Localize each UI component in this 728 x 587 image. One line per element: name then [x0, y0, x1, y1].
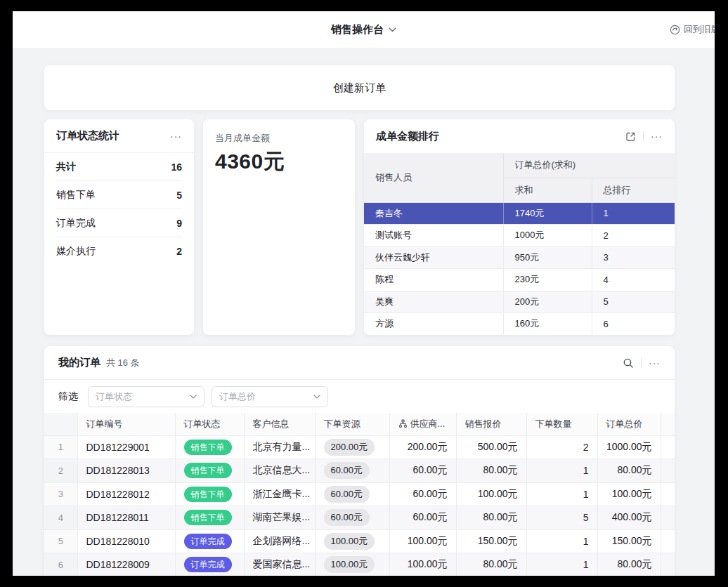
topbar: 销售操作台 回到旧版 — [13, 11, 715, 48]
col-header-customer[interactable]: 客户信息 — [244, 413, 315, 435]
resource-pill: 200.00元 — [324, 439, 375, 456]
col-header-sum[interactable]: 求和 — [503, 178, 592, 202]
status-badge: 销售下单 — [184, 463, 232, 478]
quote-cell: 80.00元 — [456, 553, 526, 576]
col-header-quote[interactable]: 销售报价 — [456, 413, 526, 435]
order-total-placeholder: 订单总价 — [219, 390, 313, 403]
create-order-button[interactable]: 创建新订单 — [44, 65, 675, 110]
rank-value: 2 — [592, 225, 675, 247]
month-amount-value: 4360元 — [215, 147, 343, 176]
switch-version-icon — [670, 25, 680, 35]
ranking-row[interactable]: 测试账号 1000元 2 — [364, 225, 675, 247]
orders-table-header-row: 订单编号 订单状态 客户信息 下单资源 供应商... 销售报价 下单数量 订单总… — [44, 413, 675, 435]
customer-cell: 北京信息大... — [244, 459, 315, 483]
resource-pill: 100.00元 — [324, 556, 375, 573]
salesperson-name: 方源 — [364, 313, 503, 336]
ranking-row[interactable]: 方源 160元 6 — [364, 313, 675, 336]
status-row-sales[interactable]: 销售下单 5 — [56, 181, 182, 209]
order-row[interactable]: 5 DD181228010 订单完成 企划路网络... 100.00元 100.… — [44, 529, 675, 553]
status-label: 销售下单 — [56, 189, 96, 202]
search-icon[interactable] — [623, 357, 634, 369]
resource-cell: 60.00元 — [315, 482, 389, 506]
ranking-card: 成单金额排行 ··· 销售人员 订单总价(求和) 求和 总排行 秦吉冬 1740… — [364, 119, 675, 335]
extra-cell — [661, 553, 675, 576]
order-total-filter-select[interactable]: 订单总价 — [212, 386, 328, 407]
total-cell: 400.00元 — [597, 506, 661, 530]
sum-value: 160元 — [503, 313, 592, 336]
col-header-qty[interactable]: 下单数量 — [526, 413, 597, 435]
ranking-row[interactable]: 陈程 230元 4 — [364, 269, 675, 291]
back-to-old-version-link[interactable]: 回到旧版 — [670, 11, 715, 48]
app-window: 销售操作台 回到旧版 创建新订单 订单状态统计 ··· 共计 16 — [13, 11, 715, 576]
status-cell: 订单完成 — [175, 529, 244, 553]
order-row[interactable]: 2 DD181228013 销售下单 北京信息大... 60.00元 60.00… — [44, 459, 675, 483]
order-row[interactable]: 3 DD181228012 销售下单 浙江金鹰卡... 60.00元 60.00… — [44, 482, 675, 506]
order-row[interactable]: 6 DD181228009 订单完成 爱国家信息... 100.00元 100.… — [44, 553, 675, 576]
col-header-resource[interactable]: 下单资源 — [315, 413, 389, 435]
status-value: 5 — [176, 190, 182, 201]
total-cell: 1000.00元 — [597, 435, 661, 459]
status-cell: 销售下单 — [175, 506, 244, 530]
my-orders-title: 我的订单 — [58, 356, 100, 369]
more-icon[interactable]: ··· — [170, 131, 182, 141]
order-no-cell: DD181228012 — [77, 482, 175, 506]
col-header-order-total-sum[interactable]: 订单总价(求和) — [503, 153, 675, 178]
more-icon[interactable]: ··· — [651, 131, 663, 141]
order-status-filter-select[interactable]: 订单状态 — [88, 386, 204, 407]
status-stats-list: 共计 16 销售下单 5 订单完成 9 媒介执行 2 — [44, 153, 194, 265]
col-header-status[interactable]: 订单状态 — [175, 413, 244, 435]
col-header-salesperson[interactable]: 销售人员 — [364, 153, 503, 202]
order-row[interactable]: 1 DD181229001 销售下单 北京有力量... 200.00元 200.… — [44, 435, 675, 459]
quote-cell: 80.00元 — [456, 506, 526, 530]
more-icon[interactable]: ··· — [649, 358, 661, 368]
status-value: 9 — [176, 218, 182, 229]
ranking-row[interactable]: 伙伴云魏少轩 950元 3 — [364, 246, 675, 269]
open-external-icon[interactable] — [625, 131, 636, 142]
chevron-down-icon — [190, 395, 197, 399]
resource-pill: 60.00元 — [324, 486, 370, 503]
rank-value: 4 — [592, 269, 675, 291]
salesperson-name: 吴爽 — [364, 291, 503, 313]
customer-cell: 湖南芒果娱... — [244, 506, 315, 530]
status-badge: 订单完成 — [184, 557, 232, 572]
ranking-row[interactable]: 吴爽 200元 5 — [364, 291, 675, 313]
qty-cell: 1 — [526, 529, 597, 553]
sum-value: 1740元 — [503, 202, 592, 225]
resource-pill: 100.00元 — [324, 533, 375, 550]
rank-value: 1 — [592, 202, 675, 225]
col-header-order-no[interactable]: 订单编号 — [77, 413, 175, 435]
status-row-total[interactable]: 共计 16 — [56, 153, 182, 181]
supplier-cell: 200.00元 — [389, 435, 456, 459]
order-no-cell: DD181228009 — [77, 553, 175, 576]
status-cell: 销售下单 — [175, 459, 244, 483]
status-cell: 销售下单 — [175, 435, 244, 459]
col-header-rank[interactable]: 总排行 — [592, 178, 675, 202]
status-stats-header: 订单状态统计 ··· — [44, 119, 194, 153]
order-row[interactable]: 4 DD181228011 销售下单 湖南芒果娱... 60.00元 60.00… — [44, 506, 675, 530]
row-index: 6 — [44, 553, 77, 576]
order-no-cell: DD181228010 — [77, 529, 175, 553]
col-header-supplier[interactable]: 供应商... — [389, 413, 456, 435]
customer-cell: 爱国家信息... — [244, 553, 315, 576]
order-no-cell: DD181228013 — [77, 459, 175, 483]
status-row-media[interactable]: 媒介执行 2 — [56, 237, 182, 265]
status-cell: 销售下单 — [175, 482, 244, 506]
status-badge: 订单完成 — [184, 534, 232, 549]
ranking-row[interactable]: 秦吉冬 1740元 1 — [364, 202, 675, 225]
supplier-cell: 100.00元 — [389, 553, 456, 576]
order-no-cell: DD181228011 — [77, 506, 175, 530]
salesperson-name: 测试账号 — [364, 225, 503, 247]
qty-cell: 5 — [526, 506, 597, 530]
status-row-done[interactable]: 订单完成 9 — [56, 209, 182, 237]
supplier-cell: 100.00元 — [389, 529, 456, 553]
divider — [641, 358, 642, 368]
divider — [643, 131, 644, 141]
col-header-total[interactable]: 订单总价 — [597, 413, 661, 435]
sum-value: 1000元 — [503, 225, 592, 247]
workspace-switcher[interactable]: 销售操作台 — [13, 11, 715, 48]
status-badge: 销售下单 — [184, 487, 232, 502]
chevron-down-icon — [389, 27, 396, 32]
order-no-cell: DD181229001 — [77, 435, 175, 459]
status-badge: 销售下单 — [184, 440, 232, 455]
month-amount-label: 当月成单金额 — [215, 132, 343, 145]
